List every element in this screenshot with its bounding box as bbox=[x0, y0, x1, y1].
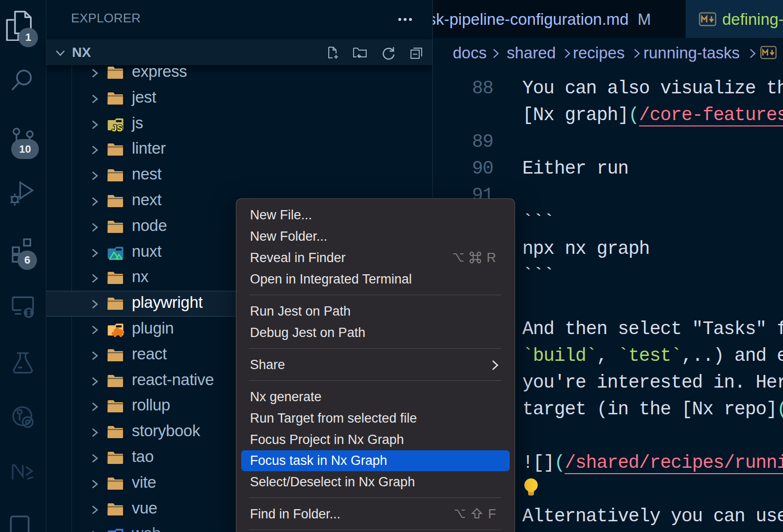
svg-text:JS: JS bbox=[112, 124, 123, 133]
